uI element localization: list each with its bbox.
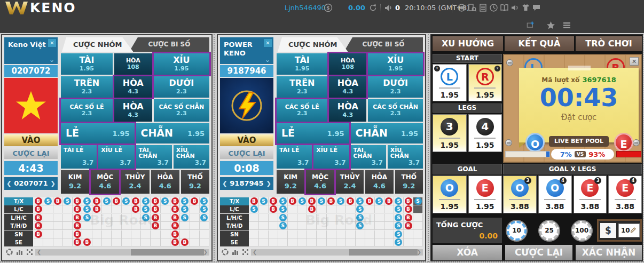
bet-goalxlegs-O4[interactable]: O43.88	[538, 176, 572, 213]
chevron-down-icon[interactable]: ⌄	[49, 56, 54, 63]
road-mode-dots-icon[interactable]	[26, 248, 34, 256]
bet-thuy[interactable]: THỦY2.4	[336, 170, 364, 194]
road-mode-circle-icon[interactable]	[221, 248, 229, 256]
chip-100[interactable]: 100	[572, 221, 592, 241]
enter-button[interactable]: VÀO	[4, 134, 58, 146]
bet-hoa2[interactable]: HÒA4.3	[114, 76, 152, 98]
bet-hoa1[interactable]: HÒA108	[329, 53, 366, 75]
bet-thuy[interactable]: THỦY2.4	[121, 170, 149, 194]
bet-tai[interactable]: TÀI1.95	[277, 53, 327, 75]
bet-goalxlegs-E3[interactable]: E33.88	[574, 176, 607, 213]
stake-input[interactable]	[618, 224, 640, 237]
bet-cacsochan[interactable]: CÁC SỐ CHẴN2.3	[154, 99, 209, 122]
clear-button[interactable]: XÓA	[433, 245, 502, 260]
tab-number-bets[interactable]: CƯỢC BI SỐ	[129, 37, 209, 52]
bet-moc[interactable]: MỘC4.6	[91, 170, 119, 194]
favorites-star-icon[interactable]	[546, 21, 555, 30]
bet-tho[interactable]: THỔ9.2	[395, 170, 423, 194]
refresh-icon[interactable]	[368, 3, 378, 12]
bet-chan[interactable]: CHẴN1.95	[136, 123, 210, 144]
currency-button[interactable]: $	[600, 223, 616, 238]
roadmap-scrollbar[interactable]: ❮❯	[251, 249, 423, 256]
road-mode-bars-icon[interactable]	[231, 248, 239, 256]
next-round-arrow[interactable]: ❯	[48, 177, 58, 190]
announcement-icon[interactable]	[384, 3, 393, 12]
bet-tren[interactable]: TRÊN2.3	[277, 76, 327, 98]
rules-book-icon[interactable]	[500, 3, 509, 12]
bet-kim[interactable]: KIM9.2	[277, 170, 304, 194]
bet-taile[interactable]: TÀI LẺ3.7	[277, 145, 312, 169]
bet-goal-O[interactable]: O1.95	[433, 176, 467, 213]
bet-le[interactable]: LẺ1.95	[277, 123, 349, 144]
rebet-button[interactable]: CƯỢC LẠI	[220, 148, 273, 159]
rebet-button[interactable]: CƯỢC LẠI	[4, 148, 58, 159]
bet-taile[interactable]: TÀI LẺ3.7	[61, 145, 97, 169]
bet-hoa1[interactable]: HÒA108	[114, 53, 152, 75]
bet-legs-4[interactable]: 41.95	[468, 114, 502, 152]
road-mode-circle-icon[interactable]	[5, 248, 13, 256]
shirt-icon[interactable]	[521, 3, 530, 12]
tab-number-bets[interactable]: CƯỢC BI SỐ	[344, 37, 423, 52]
bet-duoi[interactable]: DƯỚI2.3	[368, 76, 423, 98]
bet-goalxlegs-O3[interactable]: O33.88	[503, 176, 537, 213]
bet-hoa2[interactable]: HÒA4.3	[329, 76, 366, 98]
bet-duoi[interactable]: DƯỚI2.3	[154, 76, 209, 98]
bet-goalxlegs-E4[interactable]: E43.88	[608, 176, 642, 213]
close-icon[interactable]: ✕	[264, 39, 272, 47]
road-mode-bars-icon[interactable]	[15, 248, 23, 256]
bet-xiu[interactable]: XỈU1.95	[154, 53, 209, 75]
scroll-left-arrow[interactable]: ❮	[37, 249, 41, 256]
road-mode-dots-icon[interactable]	[241, 248, 249, 256]
rebet-button[interactable]: CƯỢC LẠI	[505, 245, 572, 260]
bet-taichan[interactable]: TÀI CHẴN3.7	[351, 145, 386, 169]
tab-results[interactable]: KẾT QUẢ	[505, 36, 574, 51]
target-icon[interactable]	[457, 3, 466, 12]
bet-start-L[interactable]: ▾L1.95	[433, 64, 467, 101]
chip-25[interactable]: 25	[539, 221, 559, 241]
roadmap-scrollbar[interactable]: ❮❯	[35, 249, 209, 256]
scroll-thumb[interactable]	[349, 249, 418, 256]
document-icon[interactable]	[478, 3, 488, 12]
bet-xiule[interactable]: XỈU LẺ3.7	[98, 145, 134, 169]
add-window-icon[interactable]	[527, 20, 539, 29]
bet-hoa3[interactable]: HÒA4.3	[114, 99, 152, 122]
bet-chan[interactable]: CHẴN1.95	[351, 123, 423, 144]
tab-group-bets[interactable]: CƯỢC NHÓM	[62, 37, 133, 52]
history-icon[interactable]	[489, 3, 498, 12]
bet-moc[interactable]: MỘC4.6	[306, 170, 334, 194]
bet-hoa3[interactable]: HÒA4.3	[329, 99, 366, 122]
scroll-thumb[interactable]	[131, 249, 204, 256]
bet-hoa5[interactable]: HỎA4.6	[365, 170, 393, 194]
chevron-down-icon[interactable]: ⌄	[265, 56, 270, 63]
bet-xiuchan[interactable]: XỈU CHẴN3.7	[174, 145, 209, 169]
sound-icon[interactable]	[511, 3, 520, 12]
bet-goal-E[interactable]: E1.95	[468, 176, 502, 213]
chat-icon[interactable]	[532, 3, 541, 12]
bet-xiuchan[interactable]: XỈU CHẴN3.7	[388, 145, 423, 169]
bet-le[interactable]: LẺ1.95	[61, 123, 135, 144]
bet-hoa5[interactable]: HỎA4.6	[151, 170, 179, 194]
bet-tho[interactable]: THỔ9.2	[181, 170, 209, 194]
bet-cacsochan[interactable]: CÁC SỐ CHẴN2.3	[368, 99, 423, 122]
tab-games[interactable]: TRÒ CHƠI	[576, 36, 642, 51]
bet-legs-3[interactable]: 31.95	[433, 114, 467, 152]
scroll-left-arrow[interactable]: ❮	[253, 249, 257, 256]
bet-tai[interactable]: TÀI1.95	[61, 53, 113, 75]
confirm-button[interactable]: XÁC NHẬN	[576, 245, 642, 260]
bet-xiu[interactable]: XỈU1.95	[368, 53, 423, 75]
bet-taichan[interactable]: TÀI CHẴN3.7	[136, 145, 172, 169]
bet-xiule[interactable]: XỈU LẺ3.7	[313, 145, 349, 169]
bet-kim[interactable]: KIM9.2	[61, 170, 89, 194]
close-icon[interactable]: ✕	[48, 39, 56, 47]
report-search-icon[interactable]	[468, 3, 477, 12]
close-icon[interactable]: ✕	[630, 57, 639, 66]
bet-tren[interactable]: TRÊN2.3	[61, 76, 113, 98]
tab-trend[interactable]: XU HƯỚNG	[433, 36, 503, 51]
tab-group-bets[interactable]: CƯỢC NHÓM	[278, 37, 348, 52]
chip-10[interactable]: 10	[507, 221, 527, 241]
bet-cacsole[interactable]: CÁC SỐ LẺ2.3	[277, 99, 327, 122]
coin-icon[interactable]: $	[324, 3, 333, 12]
next-round-arrow[interactable]: ❯	[264, 177, 273, 190]
bet-start-R[interactable]: ▾R1.95	[468, 64, 502, 101]
enter-button[interactable]: VÀO	[220, 134, 273, 146]
